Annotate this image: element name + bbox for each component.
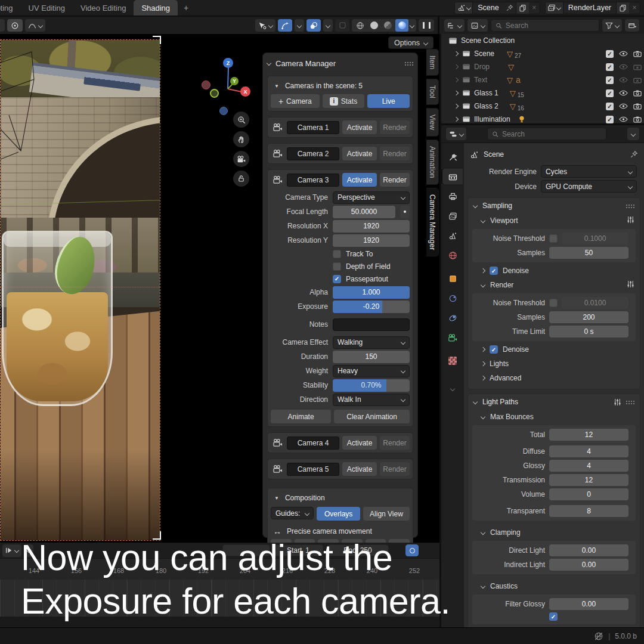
volume-bounces-field[interactable]: 0 (549, 488, 628, 500)
camera-effect-dropdown[interactable]: Walking (333, 336, 410, 349)
overlays-dropdown-icon[interactable] (323, 19, 333, 32)
pan-hand-icon[interactable] (233, 131, 249, 147)
total-bounces-field[interactable]: 12 (549, 429, 628, 441)
resolution-x-field[interactable]: 1920 (333, 220, 410, 233)
activate-camera-2-button[interactable]: Activate (342, 147, 377, 160)
direct-light-field[interactable]: 0.00 (549, 544, 628, 556)
indirect-light-field[interactable]: 0.00 (549, 559, 628, 571)
glossy-bounces-field[interactable]: 4 (549, 460, 628, 472)
material-preview-icon[interactable] (382, 21, 394, 29)
outliner-row-scene[interactable]: Scene ▽ 27 ✓ (441, 47, 644, 60)
caustics-checkbox[interactable] (549, 612, 558, 621)
tab-camera-manager[interactable]: Camera Manager (426, 188, 439, 256)
camera-manager-header[interactable]: Camera Manager (267, 56, 413, 70)
camera-restrict-icon[interactable] (633, 89, 642, 97)
zoom-icon[interactable] (233, 112, 249, 128)
outliner-search[interactable] (491, 19, 599, 32)
exclude-checkbox[interactable]: ✓ (606, 63, 614, 71)
direction-dropdown[interactable]: Walk In (333, 394, 410, 406)
gizmo-z-axis[interactable]: Z (223, 58, 233, 68)
time-limit-field[interactable]: 0 s (549, 326, 628, 338)
depth-of-field-checkbox[interactable] (333, 262, 341, 271)
camera-name-field[interactable]: Camera 5 (287, 463, 339, 476)
exclude-checkbox[interactable]: ✓ (606, 76, 614, 84)
tab-view-layer-icon[interactable] (442, 208, 463, 224)
tab-world-icon[interactable] (442, 247, 463, 263)
wireframe-shading-icon[interactable] (354, 21, 366, 30)
light-paths-header[interactable]: Light Paths (468, 394, 640, 410)
panel-grip-icon[interactable] (626, 204, 634, 208)
outliner-row-glass-1[interactable]: Glass 1 ▽ 15 ✓ (441, 86, 644, 100)
camera-view-icon[interactable] (233, 151, 249, 167)
gizmo-x-axis[interactable]: X (240, 86, 250, 97)
track-to-checkbox[interactable] (333, 250, 341, 258)
camera-type-dropdown[interactable]: Perspective (333, 191, 410, 204)
focal-length-field[interactable]: 50.0000 (333, 206, 395, 218)
disclosure-triangle-icon[interactable]: ▼ (274, 496, 279, 501)
outliner-filter-type-icon[interactable] (467, 19, 488, 32)
activate-camera-3-button[interactable]: Activate (342, 173, 377, 187)
animate-button[interactable]: Animate (271, 410, 331, 423)
tab-tool[interactable]: Tool (426, 79, 439, 105)
breadcrumb-scene-label[interactable]: Scene (484, 150, 504, 159)
tab-scene-icon[interactable] (442, 228, 463, 243)
tab-scripting[interactable]: Scripting (0, 0, 21, 16)
animate-property-icon[interactable] (400, 206, 410, 218)
expand-icon[interactable] (454, 78, 459, 82)
diffuse-bounces-field[interactable]: 4 (549, 445, 628, 457)
options-button[interactable]: Options (388, 36, 434, 49)
viewport-samples-field[interactable]: 50 (549, 247, 628, 259)
duration-field[interactable]: 150 (333, 351, 410, 363)
solid-shading-icon[interactable] (368, 21, 380, 29)
expand-icon[interactable] (454, 104, 459, 109)
proportional-editing-icon[interactable] (7, 19, 23, 32)
scene-name[interactable]: Scene (473, 4, 503, 12)
tab-view[interactable]: View (426, 108, 439, 137)
noise-threshold-field[interactable]: 0.1000 (562, 233, 628, 244)
new-collection-icon[interactable] (625, 19, 639, 32)
stability-slider[interactable]: 0.70% (333, 379, 410, 392)
hide-eye-icon[interactable] (619, 51, 628, 57)
exclude-checkbox[interactable]: ✓ (606, 50, 614, 58)
tab-object-data-icon[interactable] (442, 330, 463, 345)
caustics-header[interactable]: Caustics (468, 579, 640, 593)
pin-icon[interactable] (504, 4, 516, 12)
outliner-filter-icon[interactable] (602, 19, 622, 32)
activate-camera-1-button[interactable]: Activate (342, 120, 377, 134)
tab-constraints-icon[interactable] (442, 310, 463, 326)
scene-icon[interactable] (455, 2, 473, 14)
exclude-checkbox[interactable]: ✓ (606, 103, 614, 110)
passepartout-checkbox[interactable] (333, 275, 341, 283)
tab-output-icon[interactable] (442, 188, 463, 204)
tab-texture-icon[interactable] (442, 353, 463, 369)
tab-object-icon[interactable] (442, 271, 463, 286)
max-bounces-header[interactable]: Max Bounces (468, 410, 640, 424)
activate-camera-5-button[interactable]: Activate (342, 462, 377, 476)
live-button[interactable]: Live (367, 94, 410, 108)
render-camera-2-button[interactable]: Render (380, 147, 410, 160)
cropped-tool-button[interactable] (0, 19, 5, 32)
gizmo-z-negative[interactable] (219, 107, 228, 115)
3d-viewport[interactable]: Z Y X Options Item Tool View Animation C… (0, 34, 439, 543)
sampling-panel-header[interactable]: Sampling (468, 198, 640, 213)
render-camera-4-button[interactable]: Render (380, 436, 410, 450)
camera-name-field[interactable]: Camera 3 (287, 174, 339, 187)
tab-tool-icon[interactable] (442, 149, 463, 165)
scene-collection-row[interactable]: Scene Collection (441, 34, 644, 47)
guides-dropdown[interactable]: Guides: (271, 507, 314, 519)
render-camera-5-button[interactable]: Render (380, 462, 410, 476)
exclude-checkbox[interactable]: ✓ (606, 89, 614, 97)
notes-field[interactable] (333, 318, 410, 331)
falloff-curve-icon[interactable] (25, 19, 45, 32)
hide-eye-icon[interactable] (619, 77, 628, 83)
tab-video-editing[interactable]: Video Editing (73, 0, 134, 16)
alpha-slider[interactable]: 1.000 (333, 286, 410, 299)
camera-view[interactable] (0, 39, 160, 541)
outliner-display-mode-icon[interactable] (444, 19, 465, 32)
camera-border-corner-tr[interactable] (153, 36, 161, 44)
activate-camera-4-button[interactable]: Activate (342, 436, 377, 450)
align-view-button[interactable]: Align View (363, 507, 410, 521)
advanced-row[interactable]: Advanced (468, 371, 640, 385)
hide-eye-icon[interactable] (619, 103, 628, 109)
tab-physics-icon[interactable] (442, 290, 463, 306)
